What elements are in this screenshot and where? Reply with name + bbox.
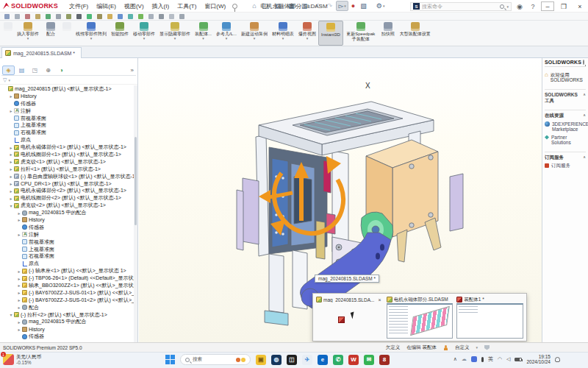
wechat-icon[interactable]: ✆ (333, 355, 343, 365)
battery-icon[interactable] (514, 358, 522, 361)
expand-arrow-icon[interactable]: ▸ (16, 327, 22, 332)
expand-arrow-icon[interactable]: ▸ (8, 108, 14, 113)
close-preview-icon[interactable]: × (377, 297, 383, 302)
expand-arrow-icon[interactable]: ▸ (16, 290, 22, 295)
ribbon-button[interactable]: 智能扣件 (109, 21, 131, 46)
tool-dimension[interactable] (25, 14, 30, 19)
tree-row[interactable]: ▸ (-) TBP06-26<1> (Default) <<Default>_显… (0, 275, 134, 282)
tree-row[interactable]: ▸ 拉杆<1> (默认) <默认_显示状态-1> (0, 166, 134, 173)
tree-row[interactable]: ▸ mag_20240815 中的配合 (0, 319, 134, 326)
ribbon-button[interactable]: 装配体... ▾ (193, 21, 214, 46)
expand-arrow-icon[interactable]: ▾ (8, 203, 14, 208)
notes-app-icon[interactable]: ✉ (364, 355, 374, 365)
tool-massprops[interactable] (76, 14, 82, 19)
dev-app-icon[interactable]: ◫ (287, 355, 297, 365)
tool-sketch[interactable] (15, 14, 20, 19)
ribbon-button[interactable]: 参考几/L... ▾ (214, 21, 239, 46)
preview-card-new-assembly[interactable]: 装配体1 * (456, 296, 523, 339)
home-icon[interactable]: ⌂ (251, 1, 258, 11)
tree-row[interactable]: ▸ 注解 (0, 107, 134, 115)
ribbon-button[interactable]: 更新Speedpak子装配体 (343, 21, 379, 46)
collapse-chevron-icon[interactable]: ∧ (583, 92, 586, 103)
tool-check[interactable] (87, 14, 92, 19)
link-subscription-services[interactable]: 订阅服务 (545, 163, 586, 168)
taskbar-search[interactable]: 搜索 (180, 354, 251, 365)
customize-dropdown-icon[interactable]: ▾ (476, 345, 478, 350)
tree-row[interactable]: ▸ (-) 单自由度轴联球铰<1> (默认) <默认_显示状态-1> (0, 173, 134, 180)
featuremanager-tab[interactable]: ◈ (2, 66, 15, 75)
link-3dexperience-marketplace[interactable]: 3DEXPERIENCE Marketplace (545, 121, 586, 132)
filter-icon[interactable]: ▽ (3, 77, 7, 83)
tray-chevron-icon[interactable]: ∧ (453, 356, 457, 362)
expand-arrow-icon[interactable]: ▸ (16, 217, 22, 222)
tree-row[interactable]: ▸ 配合 (0, 304, 134, 311)
menu-item[interactable]: 工具(T) (173, 1, 200, 11)
tool-edit[interactable] (169, 14, 174, 19)
tree-row[interactable]: mag_20240815 (默认) <默认_显示状态-1> (0, 85, 134, 93)
tool-zoom[interactable] (97, 14, 102, 19)
expand-arrow-icon[interactable]: ▸ (8, 152, 14, 157)
tree-row[interactable]: ▸ 虎克铰<1> (默认) <默认_显示状态-1> (0, 158, 134, 166)
expand-arrow-icon[interactable]: ▸ (8, 188, 14, 194)
rebuild-icon[interactable]: ● (350, 1, 357, 11)
tree-row[interactable]: 原点 (0, 136, 134, 144)
tree-row[interactable]: ▸ History (0, 216, 134, 224)
dimxpertmanager-tab[interactable]: ⊕ (42, 66, 54, 75)
onedrive-icon[interactable]: ☁ (462, 356, 467, 362)
select-icon[interactable]: ▻▾ (336, 1, 348, 11)
ribbon-button[interactable]: 移动零部件 ▾ (131, 21, 157, 46)
tree-row[interactable]: ▸ mag_20240815 中的配合 (0, 209, 134, 216)
ribbon-button[interactable]: 插入零部件 ▾ (15, 21, 41, 46)
tree-row[interactable]: 前视基准面 (0, 115, 134, 122)
tree-row[interactable]: 上视基准面 (0, 246, 134, 253)
tree-row[interactable]: ▸ 电机线圈部分<2> (默认) <默认_显示状态-1> (0, 194, 134, 202)
ribbon-button[interactable]: 新建运动算例 ▾ (239, 21, 270, 46)
ribbon-button[interactable]: 配合 (41, 21, 60, 46)
tree-row[interactable]: 右视基准面 (0, 129, 134, 136)
tree-row[interactable]: 原点 (0, 260, 134, 267)
tree-row[interactable]: ▸ 轴承_BBO3200ZZ<1> (默认) <<默认>_显示状态 1> (0, 282, 134, 289)
ribbon-button[interactable]: 显示隐藏零部件 ▾ (157, 21, 193, 46)
scrollbar-thumb[interactable] (135, 137, 137, 225)
help-icon[interactable]: ? (528, 3, 538, 10)
preview-card-assembly[interactable]: 电机永磁体部分.SLDASM (387, 296, 453, 339)
tool-pan[interactable] (118, 14, 123, 19)
wps-icon[interactable]: W (348, 355, 359, 365)
menu-item[interactable]: 窗口(W) (201, 1, 229, 11)
tool-wireframe[interactable] (148, 14, 154, 19)
restore-button[interactable]: ❐ (557, 1, 570, 12)
wifi-icon[interactable]: ◠ (498, 356, 502, 362)
expand-arrow-icon[interactable]: ▸ (16, 232, 22, 237)
menu-item[interactable]: 文件(F) (65, 1, 92, 11)
pin-menu-icon[interactable] (232, 4, 237, 9)
expand-arrow-icon[interactable]: ▸ (8, 159, 14, 164)
section-online-resources[interactable]: 在线资源 ∧ (545, 110, 586, 118)
close-button[interactable]: × (573, 1, 587, 12)
propertymanager-tab[interactable]: ▤ (15, 66, 28, 75)
search-dropdown-icon[interactable]: ▾ (506, 4, 509, 9)
tree-row[interactable]: ▸ 电机永磁体部分<2> (默认) <默认_显示状态-1> (0, 187, 134, 194)
link-partner-solutions[interactable]: Partner Solutions (545, 135, 586, 145)
tree-row[interactable]: 传感器 (0, 100, 134, 107)
tool-rotate[interactable] (107, 14, 112, 19)
tree-row[interactable]: ▾ 虎克铰<2> (默认) <默认_显示状态-1> (0, 202, 134, 209)
file-explorer-icon[interactable]: ▣ (256, 355, 266, 365)
tool-options[interactable] (179, 14, 184, 19)
browser-globe-icon[interactable]: ◍ (271, 355, 282, 365)
tree-row[interactable]: ▸ (-) BAY6700ZZ-J-SUS-01<1> (默认) <<默认>_显… (0, 289, 134, 297)
tool-measure[interactable] (66, 14, 71, 19)
expand-arrow-icon[interactable]: ▸ (8, 174, 14, 179)
expand-arrow-icon[interactable]: ▸ (16, 305, 22, 310)
ribbon-button[interactable] (1, 21, 15, 46)
expand-arrow-icon[interactable]: ▸ (16, 283, 22, 288)
notification-bell-icon[interactable] (555, 357, 560, 362)
tree-row[interactable]: ▾ (-) 拉杆<2> (默认) <默认_显示状态-1> (0, 311, 134, 319)
tool-viewcube[interactable] (128, 14, 133, 19)
viewport-canvas[interactable]: X mag_20240815.SLDASM * mag_20240815.SLD… (139, 58, 542, 342)
ime-icon[interactable]: 英 (488, 355, 493, 363)
tool-appearance[interactable] (46, 14, 51, 19)
tree-row[interactable]: ▸ History (0, 325, 134, 333)
tree-row[interactable]: ▸ (-) 轴承座<1> (默认) <<默认>_显示状态 1> (0, 267, 134, 275)
expand-arrow-icon[interactable]: ▸ (16, 269, 22, 274)
tree-row[interactable]: ▸ 电机永磁体部分<1> (默认) <默认_显示状态-1> (0, 144, 134, 151)
